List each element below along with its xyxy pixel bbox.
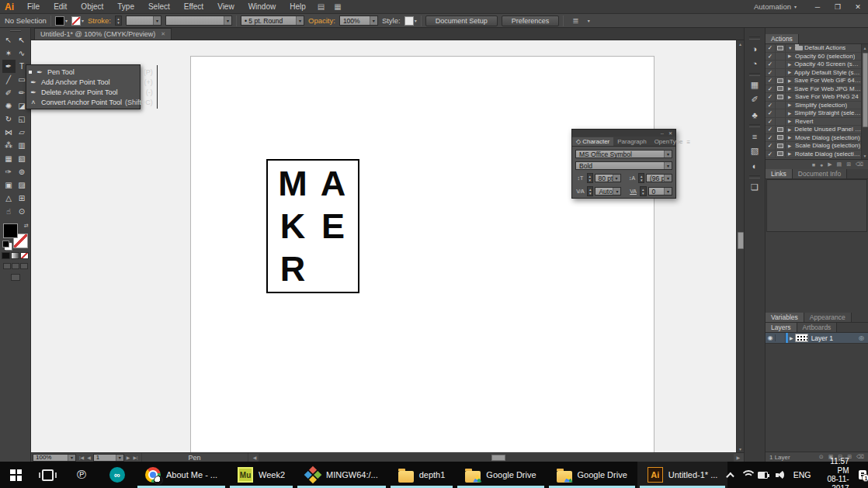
scroll-down-icon[interactable]: ▼ <box>863 152 867 159</box>
opacity-field[interactable]: 100% ▾ <box>339 16 378 26</box>
menu-item[interactable]: Edit <box>47 2 74 11</box>
action-row[interactable]: ✓ ▶ Save For Web PNG 24 <box>766 93 861 102</box>
action-dialog-cell[interactable] <box>776 109 786 117</box>
action-row[interactable]: ✓ ▶ Rotate Dialog (selection) <box>766 151 861 159</box>
transparency-icon[interactable]: ◐ <box>747 158 762 173</box>
font-style-select[interactable]: Bold ▾ <box>575 161 672 170</box>
action-dialog-cell[interactable] <box>776 126 786 133</box>
language-indicator[interactable]: ENG <box>793 470 811 479</box>
expand-arrow-icon[interactable]: ▶ <box>788 86 793 91</box>
layer-target-icon[interactable]: ◎ <box>859 334 868 341</box>
delete-layer-icon[interactable]: ⌫ <box>856 454 864 460</box>
vertical-scrollbar[interactable]: ▲ ▼ <box>736 40 744 452</box>
swatches-icon[interactable]: ▦ <box>747 78 762 92</box>
first-artboard-button[interactable]: |◀ <box>78 455 85 460</box>
action-checkbox[interactable]: ✓ <box>766 134 776 142</box>
pen-tool[interactable]: ✒ <box>2 60 16 73</box>
action-checkbox[interactable]: ✓ <box>766 102 776 109</box>
mingw-terminal-app[interactable]: MINGW64:/... <box>295 462 388 488</box>
action-row[interactable]: ✓ ▶ Apply Default Style (select... <box>766 69 861 78</box>
horizontal-scroll-thumb[interactable] <box>491 455 505 461</box>
tab-links[interactable]: Links <box>766 169 793 178</box>
action-checkbox[interactable]: ✓ <box>766 61 776 68</box>
perspective-grid-tool[interactable]: △ <box>2 192 16 205</box>
last-artboard-button[interactable]: ▶| <box>132 455 138 460</box>
draw-normal-button[interactable] <box>3 263 11 269</box>
font-family-select[interactable]: MS Office Symbol ▾ <box>575 150 672 158</box>
flyout-menu-item[interactable]: ✒ Delete Anchor Point Tool (-) <box>26 87 157 97</box>
flyout-menu-item[interactable]: ˄ Convert Anchor Point Tool (Shift+C) <box>26 97 157 107</box>
fill-color-control[interactable]: ▾ <box>55 16 68 26</box>
menu-item[interactable]: Object <box>74 2 110 11</box>
restore-button[interactable]: ❐ <box>828 0 848 13</box>
google-drive-app-1[interactable]: Google Drive <box>455 462 546 488</box>
swap-fill-stroke-icon[interactable]: ⇄ <box>24 223 29 229</box>
action-checkbox[interactable]: ✓ <box>766 151 776 158</box>
tab-layers[interactable]: Artboards <box>797 323 838 332</box>
maker-artwork[interactable]: MAKER <box>266 159 359 293</box>
close-panel-icon[interactable]: ✕ <box>668 131 672 136</box>
prev-artboard-button[interactable]: ◀ <box>86 455 92 460</box>
stroke-color-control[interactable]: ▾ <box>71 16 84 26</box>
stop-icon[interactable]: ■ <box>812 162 815 168</box>
expand-arrow-icon[interactable]: ▶ <box>788 54 793 58</box>
action-checkbox[interactable]: ✓ <box>766 118 776 126</box>
artboard-number-field[interactable]: 1 ▾ <box>93 454 124 462</box>
flyout-menu-item[interactable]: ✒ Pen Tool (P) <box>26 67 157 77</box>
chrome-app[interactable]: About Me - ... <box>135 462 227 488</box>
action-row[interactable]: ✓ ▶ Opacity 60 (selection) <box>766 53 861 61</box>
expand-arrow-icon[interactable]: ▶ <box>788 62 793 67</box>
bridge-icon[interactable]: ▤ <box>313 2 329 11</box>
panel-menu-icon[interactable]: ≡ <box>687 139 694 146</box>
control-panel-extra-icon[interactable]: ≣ <box>568 16 583 25</box>
expand-arrow-icon[interactable]: ▶ <box>788 102 793 107</box>
magic-wand-tool[interactable]: ✶ <box>2 47 16 60</box>
rotate-tool[interactable]: ↻ <box>2 112 16 126</box>
actions-scroll-thumb[interactable] <box>863 53 868 127</box>
menu-item[interactable]: Effect <box>177 2 210 11</box>
new-set-icon[interactable]: ▤ <box>837 161 842 168</box>
tab-variables[interactable]: Appearance <box>804 313 852 322</box>
action-dialog-cell[interactable] <box>776 69 786 77</box>
illustrator-app[interactable]: Ai Untitled-1* ... <box>637 462 728 488</box>
free-transform-tool[interactable]: ▱ <box>16 126 29 139</box>
stroke-weight-label[interactable]: Stroke: <box>88 16 111 25</box>
action-dialog-cell[interactable] <box>776 85 786 93</box>
symbols-icon[interactable]: ♣ <box>747 107 762 122</box>
play-icon[interactable]: ▶ <box>828 161 832 168</box>
draw-inside-button[interactable] <box>20 263 28 269</box>
arrange-documents-icon[interactable]: ▦ <box>329 2 345 11</box>
none-button[interactable] <box>20 252 29 259</box>
preferences-button[interactable]: Preferences <box>502 16 560 26</box>
color-guide-icon[interactable]: ◔ <box>747 56 762 71</box>
stroke-icon[interactable]: ≡ <box>747 129 762 144</box>
tab-links[interactable]: Document Info <box>793 169 847 178</box>
brush-definition-select[interactable]: • 5 pt. Round ▾ <box>241 16 304 26</box>
font-size-select[interactable]: 80 pt ▾ <box>595 174 621 182</box>
expand-arrow-icon[interactable]: ▶ <box>788 127 793 132</box>
gradient-button[interactable] <box>11 252 19 259</box>
action-checkbox[interactable]: ✓ <box>766 142 776 150</box>
delete-action-icon[interactable]: ⌫ <box>856 161 863 168</box>
mu-editor-app[interactable]: Mu Week2 <box>227 462 295 488</box>
live-paint-bucket-tool[interactable]: ▣ <box>2 178 16 192</box>
column-graph-tool[interactable]: ▥ <box>16 139 29 152</box>
workspace-switcher[interactable]: Automation ▾ <box>754 2 797 11</box>
action-dialog-cell[interactable] <box>776 61 786 68</box>
depth1-folder-app[interactable]: depth1 <box>388 462 456 488</box>
artboard-tool[interactable]: ⊞ <box>16 192 29 205</box>
action-dialog-cell[interactable] <box>776 44 786 52</box>
record-icon[interactable]: ● <box>820 162 823 168</box>
blob-brush-tool[interactable]: ✺ <box>2 99 16 112</box>
document-setup-button[interactable]: Document Setup <box>425 16 498 26</box>
action-checkbox[interactable]: ✓ <box>766 77 776 85</box>
task-view-button[interactable] <box>32 462 64 488</box>
action-dialog-cell[interactable] <box>776 118 786 126</box>
action-row[interactable]: ✓ ▶ Move Dialog (selection) <box>766 134 861 143</box>
action-row[interactable]: ✓ ▶ Simplify (selection) <box>766 102 861 110</box>
blend-tool[interactable]: ⊚ <box>16 165 29 178</box>
line-segment-tool[interactable]: ╱ <box>2 73 16 86</box>
leading-select[interactable]: (96 pt) ▾ <box>646 174 672 182</box>
tab-actions[interactable]: Actions <box>766 34 799 43</box>
action-checkbox[interactable]: ✓ <box>766 93 776 101</box>
